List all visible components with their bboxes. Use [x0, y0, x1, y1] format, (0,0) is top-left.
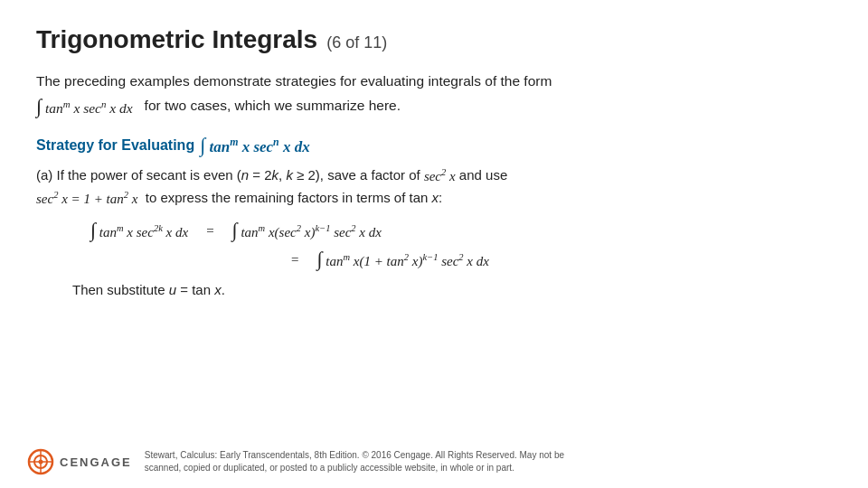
intro-integral: ∫ tanm x secn x dx for two cases, which … [36, 98, 401, 113]
substitute-text: Then substitute u = tan x. [72, 282, 832, 297]
eq2-equals: = [291, 252, 298, 267]
eq1-lhs: ∫ tanm x sec2k x dx [90, 219, 188, 242]
eq1-equals: = [206, 223, 213, 239]
title-row: Trigonometric Integrals (6 of 11) [36, 25, 832, 54]
footer: CENGAGE Stewart, Calculus: Early Transce… [0, 448, 868, 475]
cengage-label: CENGAGE [60, 455, 132, 469]
cengage-logo-icon [27, 448, 54, 475]
page-title: Trigonometric Integrals [36, 25, 317, 54]
equation-row-1: ∫ tanm x sec2k x dx = ∫ tanm x(sec2 x)k−… [90, 219, 832, 242]
part-a-text: (a) If the power of secant is even (n = … [36, 164, 832, 210]
svg-point-4 [39, 460, 43, 465]
part-a-line1: (a) If the power of secant is even (n = … [36, 167, 507, 183]
equation-block: ∫ tanm x sec2k x dx = ∫ tanm x(sec2 x)k−… [90, 219, 832, 271]
cengage-logo: CENGAGE [27, 448, 132, 475]
strategy-heading: Strategy for Evaluating ∫ tanm x secn x … [36, 134, 832, 157]
part-a-line2: sec2 x = 1 + tan2 x to express the remai… [36, 190, 442, 205]
intro-paragraph: The preceding examples demonstrate strat… [36, 70, 832, 121]
strategy-heading-text: Strategy for Evaluating [36, 137, 194, 154]
footer-copyright: Stewart, Calculus: Early Transcendentals… [145, 449, 564, 474]
page: Trigonometric Integrals (6 of 11) The pr… [0, 0, 868, 488]
equation-row-2: = ∫ tanm x(1 + tan2 x)k−1 sec2 x dx [90, 248, 832, 271]
intro-line1: The preceding examples demonstrate strat… [36, 73, 552, 89]
strategy-heading-math: ∫ tanm x secn x dx [200, 134, 310, 157]
eq2-rhs: ∫ tanm x(1 + tan2 x)k−1 sec2 x dx [316, 248, 488, 271]
page-subtitle: (6 of 11) [326, 33, 387, 52]
eq1-rhs: ∫ tanm x(sec2 x)k−1 sec2 x dx [232, 219, 382, 242]
